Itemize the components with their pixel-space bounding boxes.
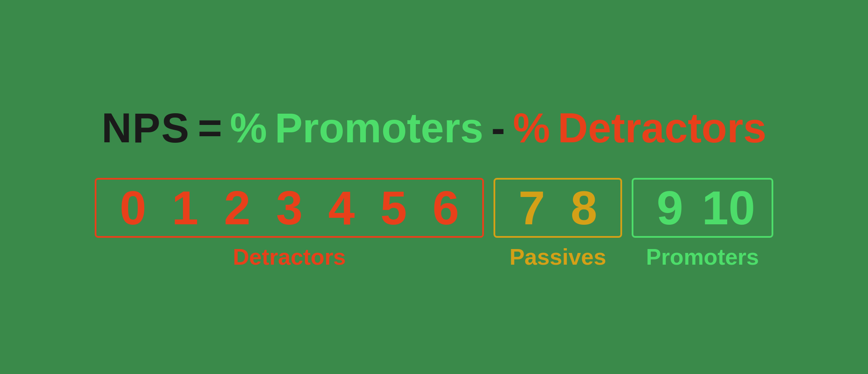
number-7: 7	[506, 184, 558, 232]
minus-sign: -	[491, 104, 505, 152]
number-5: 5	[368, 184, 420, 232]
passives-label: Passives	[510, 244, 606, 270]
scale-section: 0 1 2 3 4 5 6 Detractors 7 8 Passives 9 …	[95, 178, 773, 270]
number-6: 6	[420, 184, 472, 232]
promoters-label: Promoters	[646, 244, 759, 270]
number-0: 0	[107, 184, 159, 232]
number-10: 10	[696, 184, 761, 232]
number-8: 8	[558, 184, 610, 232]
number-9: 9	[644, 184, 696, 232]
passives-group: 7 8 Passives	[494, 178, 622, 270]
number-4: 4	[315, 184, 368, 232]
detractors-label: Detractors	[233, 244, 346, 270]
promoters-group: 9 10 Promoters	[632, 178, 773, 270]
promoters-box: 9 10	[632, 178, 773, 238]
percent-detractors-sign: %	[513, 104, 550, 152]
percent-promoters-sign: %	[230, 104, 267, 152]
detractors-box: 0 1 2 3 4 5 6	[95, 178, 484, 238]
number-1: 1	[159, 184, 211, 232]
detractors-formula-text: Detractors	[558, 104, 766, 152]
equals-sign: =	[198, 104, 222, 152]
number-3: 3	[263, 184, 315, 232]
formula-line: NPS = % Promoters - % Detractors	[102, 104, 766, 152]
nps-text: NPS	[102, 104, 190, 152]
promoters-formula-text: Promoters	[275, 104, 484, 152]
number-2: 2	[211, 184, 263, 232]
detractors-group: 0 1 2 3 4 5 6 Detractors	[95, 178, 484, 270]
passives-box: 7 8	[494, 178, 622, 238]
